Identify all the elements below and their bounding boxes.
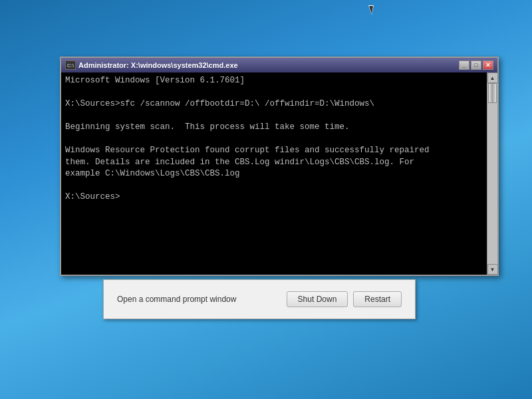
- mouse-cursor: [366, 5, 372, 16]
- cmd-icon: C:\: [65, 61, 76, 70]
- desktop: C:\ Administrator: X:\windows\system32\c…: [0, 0, 532, 399]
- close-button[interactable]: ✕: [483, 61, 493, 70]
- cmd-scrollbar[interactable]: ▲ ▼: [487, 72, 497, 275]
- scrollbar-thumb[interactable]: [488, 83, 497, 103]
- cmd-body: Microsoft Windows [Version 6.1.7601] X:\…: [61, 72, 497, 275]
- cmd-output[interactable]: Microsoft Windows [Version 6.1.7601] X:\…: [61, 72, 487, 275]
- scrollbar-track[interactable]: [487, 83, 497, 264]
- restart-button[interactable]: Restart: [353, 291, 402, 307]
- minimize-button[interactable]: _: [459, 61, 469, 70]
- dialog-text: Open a command prompt window: [117, 295, 236, 304]
- cmd-titlebar: C:\ Administrator: X:\windows\system32\c…: [61, 58, 497, 72]
- dialog-box: Open a command prompt window Shut Down R…: [103, 279, 416, 319]
- titlebar-buttons: _ □ ✕: [459, 61, 493, 70]
- restore-button[interactable]: □: [471, 61, 481, 70]
- cmd-title: Administrator: X:\windows\system32\cmd.e…: [78, 61, 456, 69]
- cmd-window: C:\ Administrator: X:\windows\system32\c…: [60, 57, 499, 276]
- scroll-up-arrow[interactable]: ▲: [487, 72, 498, 83]
- shutdown-button[interactable]: Shut Down: [287, 291, 348, 307]
- dialog-buttons: Shut Down Restart: [287, 291, 402, 307]
- scroll-down-arrow[interactable]: ▼: [487, 264, 498, 275]
